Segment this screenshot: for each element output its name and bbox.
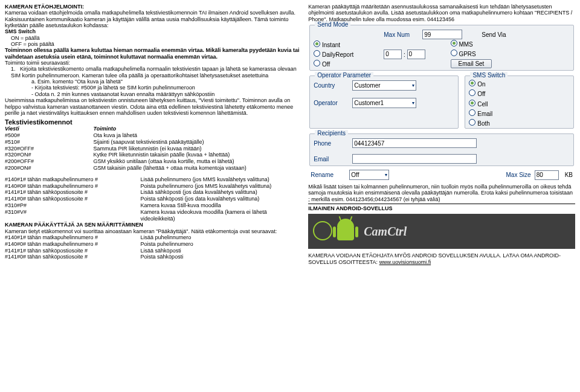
group-smsswitch: SMS Switch bbox=[470, 72, 507, 79]
daily-h[interactable] bbox=[384, 50, 402, 59]
cmds-title: Tekstiviestikomennot bbox=[5, 118, 300, 126]
radio-email[interactable] bbox=[469, 109, 475, 116]
title: KAMERAN ETÄOHJELMOINTI: bbox=[5, 4, 300, 10]
android-icon bbox=[334, 217, 358, 245]
email-set-button[interactable]: Email Set bbox=[451, 59, 492, 68]
wifi-icon bbox=[313, 221, 332, 240]
off-line: OFF = pois päältä bbox=[5, 41, 300, 47]
cmds-table-3: #140#1# tähän matkapuhelinnumero #Lisää … bbox=[5, 234, 300, 260]
chevron-down-icon: ▾ bbox=[385, 172, 387, 178]
camctrl-logo: CamCtrl bbox=[364, 225, 407, 239]
group-sendmode: Send Mode bbox=[315, 21, 350, 28]
country-select[interactable]: Customer▾ bbox=[352, 80, 416, 91]
radio-cell[interactable] bbox=[469, 100, 475, 106]
radio-mms[interactable] bbox=[451, 40, 457, 47]
how-a: a. Esim. komento "Ota kuva ja lähetä" bbox=[5, 79, 300, 85]
maxsize-input[interactable] bbox=[535, 170, 559, 180]
chevron-down-icon: ▾ bbox=[412, 100, 414, 106]
maxnum-label: Max Num bbox=[384, 31, 419, 38]
radio-both[interactable] bbox=[469, 119, 475, 126]
how-b: - Kirjoita tekstiviesti: #500# ja lähetä… bbox=[5, 85, 300, 91]
android-app-title: ILMAINEN ANDROID-SOVELLUS bbox=[308, 205, 575, 211]
daily-m[interactable] bbox=[407, 50, 425, 59]
group-recipients: Recipients bbox=[315, 130, 348, 137]
cmds-table: ViestiToiminto #500#Ota kuva ja lähetä #… bbox=[5, 126, 300, 172]
sendvia-label: Send Via bbox=[482, 31, 506, 38]
para3: Useimmissa matkapuhelimissa on tekstivie… bbox=[5, 97, 300, 116]
how-c: - Odota n. 2 min kunnes vastaanotat kuva… bbox=[5, 91, 300, 97]
radio-sms-on[interactable] bbox=[469, 80, 475, 86]
intro: Kameraa voidaan etäohjelmoida omalla mat… bbox=[5, 10, 300, 28]
radio-daily[interactable] bbox=[314, 50, 320, 57]
radio-off[interactable] bbox=[314, 60, 320, 66]
rename-select[interactable]: Off▾ bbox=[349, 170, 389, 180]
cmds-table-2: #140#1# tähän matkapuhelinnumero #Lisää … bbox=[5, 176, 300, 222]
admin-p: Kameran tietyt etäkomennot voi suorittaa… bbox=[5, 228, 300, 234]
sms-switch: SMS Switch bbox=[5, 28, 300, 34]
radio-sms-off[interactable] bbox=[469, 89, 475, 96]
para2: Toiminnon ollessa päällä kamera kuluttaa… bbox=[5, 47, 300, 60]
phone-input[interactable] bbox=[352, 138, 477, 148]
on-line: ON = päällä bbox=[5, 35, 300, 41]
how-title: Toiminto toimii seuraavasti: bbox=[5, 60, 300, 66]
radio-instant[interactable] bbox=[314, 40, 320, 47]
maxnum-input[interactable] bbox=[422, 30, 462, 39]
right-para2: Mikäli lisäät toisen tai kolmannen puhel… bbox=[308, 184, 575, 202]
admin-title: KAMERAN PÄÄKÄYTTÄJÄ JA SEN MÄÄRITTÄMINEN bbox=[5, 222, 300, 228]
divider bbox=[308, 204, 575, 204]
group-operator: Operator Parameter bbox=[315, 72, 373, 79]
download-url[interactable]: www.uovisionsuomi.fi bbox=[379, 259, 431, 265]
operator-select[interactable]: Customer1▾ bbox=[352, 98, 416, 108]
email-input[interactable] bbox=[352, 154, 477, 164]
app-screenshot: Send Mode Max Num Send Via Instant Daily… bbox=[308, 25, 575, 180]
radio-gprs[interactable] bbox=[451, 50, 457, 56]
right-para1: Kameran pääkäyttäjä määritetään asennust… bbox=[308, 4, 575, 22]
right-para3: KAMERAA VOIDAAN ETÄOHJATA MYÖS ANDROID S… bbox=[308, 252, 575, 265]
how1: 1. Kirjoita tekstiviestikomento omalla m… bbox=[5, 66, 300, 79]
chevron-down-icon: ▾ bbox=[412, 83, 414, 88]
android-banner: CamCtrl bbox=[308, 214, 575, 249]
